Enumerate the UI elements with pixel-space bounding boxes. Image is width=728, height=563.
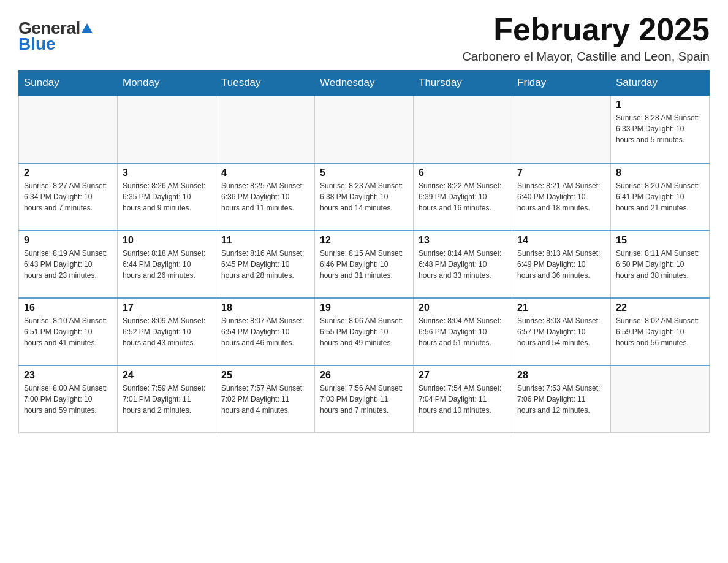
calendar-cell: 14Sunrise: 8:13 AM Sunset: 6:49 PM Dayli…	[512, 231, 611, 298]
day-info: Sunrise: 8:15 AM Sunset: 6:46 PM Dayligh…	[320, 248, 408, 281]
calendar-cell: 16Sunrise: 8:10 AM Sunset: 6:51 PM Dayli…	[19, 298, 118, 366]
day-number: 2	[24, 167, 112, 178]
day-info: Sunrise: 8:27 AM Sunset: 6:34 PM Dayligh…	[24, 180, 112, 213]
day-info: Sunrise: 8:10 AM Sunset: 6:51 PM Dayligh…	[24, 315, 112, 348]
calendar-cell: 20Sunrise: 8:04 AM Sunset: 6:56 PM Dayli…	[414, 298, 512, 366]
calendar-cell: 5Sunrise: 8:23 AM Sunset: 6:38 PM Daylig…	[315, 163, 414, 231]
day-number: 6	[419, 167, 507, 178]
day-number: 7	[517, 167, 605, 178]
col-thursday: Thursday	[414, 71, 512, 96]
day-info: Sunrise: 8:13 AM Sunset: 6:49 PM Dayligh…	[517, 248, 605, 281]
calendar-title: February 2025	[462, 12, 710, 47]
calendar-cell: 2Sunrise: 8:27 AM Sunset: 6:34 PM Daylig…	[19, 163, 118, 231]
day-number: 1	[616, 99, 704, 110]
calendar-cell: 7Sunrise: 8:21 AM Sunset: 6:40 PM Daylig…	[512, 163, 611, 231]
day-number: 19	[320, 302, 408, 313]
calendar-cell: 25Sunrise: 7:57 AM Sunset: 7:02 PM Dayli…	[216, 366, 315, 433]
day-info: Sunrise: 8:06 AM Sunset: 6:55 PM Dayligh…	[320, 315, 408, 348]
calendar-cell	[611, 366, 710, 433]
day-info: Sunrise: 7:53 AM Sunset: 7:06 PM Dayligh…	[517, 383, 605, 416]
day-info: Sunrise: 8:09 AM Sunset: 6:52 PM Dayligh…	[123, 315, 211, 348]
day-info: Sunrise: 8:25 AM Sunset: 6:36 PM Dayligh…	[221, 180, 309, 213]
calendar-cell: 23Sunrise: 8:00 AM Sunset: 7:00 PM Dayli…	[19, 366, 118, 433]
day-info: Sunrise: 8:14 AM Sunset: 6:48 PM Dayligh…	[419, 248, 507, 281]
calendar-cell: 21Sunrise: 8:03 AM Sunset: 6:57 PM Dayli…	[512, 298, 611, 366]
calendar-cell: 27Sunrise: 7:54 AM Sunset: 7:04 PM Dayli…	[414, 366, 512, 433]
calendar-cell	[414, 96, 512, 163]
day-number: 10	[123, 235, 211, 246]
col-tuesday: Tuesday	[216, 71, 315, 96]
calendar-cell: 22Sunrise: 8:02 AM Sunset: 6:59 PM Dayli…	[611, 298, 710, 366]
day-number: 4	[221, 167, 309, 178]
day-number: 8	[616, 167, 704, 178]
day-info: Sunrise: 8:04 AM Sunset: 6:56 PM Dayligh…	[419, 315, 507, 348]
day-number: 3	[123, 167, 211, 178]
calendar-cell: 26Sunrise: 7:56 AM Sunset: 7:03 PM Dayli…	[315, 366, 414, 433]
logo-triangle-icon	[82, 23, 93, 33]
day-info: Sunrise: 8:26 AM Sunset: 6:35 PM Dayligh…	[123, 180, 211, 213]
calendar-table: Sunday Monday Tuesday Wednesday Thursday…	[18, 70, 710, 433]
day-number: 27	[419, 370, 507, 381]
calendar-cell: 11Sunrise: 8:16 AM Sunset: 6:45 PM Dayli…	[216, 231, 315, 298]
day-number: 21	[517, 302, 605, 313]
calendar-cell: 24Sunrise: 7:59 AM Sunset: 7:01 PM Dayli…	[118, 366, 216, 433]
day-info: Sunrise: 7:56 AM Sunset: 7:03 PM Dayligh…	[320, 383, 408, 416]
logo: General Blue	[18, 18, 93, 54]
day-number: 11	[221, 235, 309, 246]
calendar-cell: 1Sunrise: 8:28 AM Sunset: 6:33 PM Daylig…	[611, 96, 710, 163]
day-info: Sunrise: 7:54 AM Sunset: 7:04 PM Dayligh…	[419, 383, 507, 416]
calendar-cell	[19, 96, 118, 163]
col-sunday: Sunday	[19, 71, 118, 96]
day-info: Sunrise: 8:19 AM Sunset: 6:43 PM Dayligh…	[24, 248, 112, 281]
header-row: Sunday Monday Tuesday Wednesday Thursday…	[19, 71, 710, 96]
week-row-3: 9Sunrise: 8:19 AM Sunset: 6:43 PM Daylig…	[19, 231, 710, 298]
page-header: General Blue February 2025 Carbonero el …	[18, 12, 710, 64]
day-number: 23	[24, 370, 112, 381]
calendar-cell: 12Sunrise: 8:15 AM Sunset: 6:46 PM Dayli…	[315, 231, 414, 298]
calendar-cell	[118, 96, 216, 163]
day-info: Sunrise: 8:28 AM Sunset: 6:33 PM Dayligh…	[616, 112, 704, 145]
calendar-cell: 15Sunrise: 8:11 AM Sunset: 6:50 PM Dayli…	[611, 231, 710, 298]
calendar-cell: 8Sunrise: 8:20 AM Sunset: 6:41 PM Daylig…	[611, 163, 710, 231]
calendar-cell: 13Sunrise: 8:14 AM Sunset: 6:48 PM Dayli…	[414, 231, 512, 298]
day-info: Sunrise: 7:57 AM Sunset: 7:02 PM Dayligh…	[221, 383, 309, 416]
day-info: Sunrise: 8:07 AM Sunset: 6:54 PM Dayligh…	[221, 315, 309, 348]
day-info: Sunrise: 8:21 AM Sunset: 6:40 PM Dayligh…	[517, 180, 605, 213]
day-number: 20	[419, 302, 507, 313]
week-row-4: 16Sunrise: 8:10 AM Sunset: 6:51 PM Dayli…	[19, 298, 710, 366]
day-info: Sunrise: 8:20 AM Sunset: 6:41 PM Dayligh…	[616, 180, 704, 213]
day-number: 22	[616, 302, 704, 313]
calendar-subtitle: Carbonero el Mayor, Castille and Leon, S…	[462, 50, 710, 64]
calendar-cell: 18Sunrise: 8:07 AM Sunset: 6:54 PM Dayli…	[216, 298, 315, 366]
day-info: Sunrise: 8:22 AM Sunset: 6:39 PM Dayligh…	[419, 180, 507, 213]
day-number: 15	[616, 235, 704, 246]
col-saturday: Saturday	[611, 71, 710, 96]
calendar-cell	[315, 96, 414, 163]
col-monday: Monday	[118, 71, 216, 96]
logo-blue: Blue	[18, 34, 56, 54]
calendar-cell: 10Sunrise: 8:18 AM Sunset: 6:44 PM Dayli…	[118, 231, 216, 298]
day-info: Sunrise: 8:02 AM Sunset: 6:59 PM Dayligh…	[616, 315, 704, 348]
calendar-cell: 4Sunrise: 8:25 AM Sunset: 6:36 PM Daylig…	[216, 163, 315, 231]
calendar-cell: 19Sunrise: 8:06 AM Sunset: 6:55 PM Dayli…	[315, 298, 414, 366]
calendar-cell	[512, 96, 611, 163]
day-info: Sunrise: 7:59 AM Sunset: 7:01 PM Dayligh…	[123, 383, 211, 416]
title-section: February 2025 Carbonero el Mayor, Castil…	[462, 12, 710, 64]
week-row-1: 1Sunrise: 8:28 AM Sunset: 6:33 PM Daylig…	[19, 96, 710, 163]
calendar-cell: 28Sunrise: 7:53 AM Sunset: 7:06 PM Dayli…	[512, 366, 611, 433]
day-number: 12	[320, 235, 408, 246]
day-info: Sunrise: 8:11 AM Sunset: 6:50 PM Dayligh…	[616, 248, 704, 281]
day-number: 28	[517, 370, 605, 381]
col-friday: Friday	[512, 71, 611, 96]
day-number: 16	[24, 302, 112, 313]
week-row-5: 23Sunrise: 8:00 AM Sunset: 7:00 PM Dayli…	[19, 366, 710, 433]
calendar-cell	[216, 96, 315, 163]
week-row-2: 2Sunrise: 8:27 AM Sunset: 6:34 PM Daylig…	[19, 163, 710, 231]
day-number: 17	[123, 302, 211, 313]
day-number: 14	[517, 235, 605, 246]
day-number: 18	[221, 302, 309, 313]
col-wednesday: Wednesday	[315, 71, 414, 96]
day-number: 9	[24, 235, 112, 246]
calendar-cell: 17Sunrise: 8:09 AM Sunset: 6:52 PM Dayli…	[118, 298, 216, 366]
day-number: 26	[320, 370, 408, 381]
